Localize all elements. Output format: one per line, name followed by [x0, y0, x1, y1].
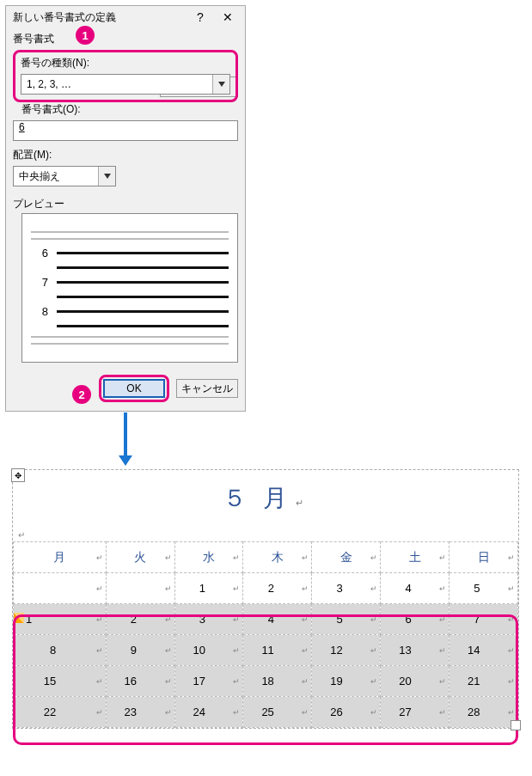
arrow-down-icon — [124, 412, 127, 457]
number-type-combo[interactable]: 1, 2, 3, … — [21, 74, 230, 95]
cell[interactable]: ↵ — [14, 573, 107, 604]
cell[interactable]: ↵ — [106, 573, 174, 604]
preview-num: 7 — [31, 276, 48, 289]
cell[interactable]: 16↵ — [106, 666, 174, 697]
number-format-input[interactable]: 6 — [13, 120, 238, 141]
preview-label: プレビュー — [6, 197, 245, 213]
cell[interactable]: 25↵ — [243, 697, 312, 728]
cell[interactable]: 18↵ — [243, 666, 312, 697]
table-row: 8↵ 9↵ 10↵ 11↵ 12↵ 13↵ 14↵ — [14, 635, 518, 666]
cell[interactable]: 1↵ — [174, 573, 243, 604]
number-format-dialog: 新しい番号書式の定義 ? ✕ 番号書式 番号の種類(N): 1, 2, 3, …… — [5, 5, 246, 412]
section-label: 番号書式 — [6, 28, 245, 48]
cell[interactable]: 5↵ — [449, 573, 518, 604]
number-type-label: 番号の種類(N): — [21, 56, 230, 70]
move-handle-icon[interactable]: ✥ — [11, 468, 25, 482]
cell[interactable]: 17↵ — [174, 666, 243, 697]
preview-area: 6 7 8 — [21, 213, 238, 363]
cell[interactable]: 3↵ — [312, 573, 381, 604]
day-header: 土↵ — [381, 542, 449, 573]
cell[interactable]: 7↵ — [449, 604, 518, 635]
cell[interactable]: 9↵ — [106, 635, 174, 666]
alignment-value: 中央揃え — [14, 169, 98, 184]
calendar-table: ✥ ５ 月↵ ↵ 月↵ 火↵ 水↵ 木↵ 金↵ 土↵ 日↵ ↵ ↵ 1↵ 2↵ … — [12, 469, 519, 729]
cell[interactable]: 14↵ — [449, 635, 518, 666]
resize-handle-icon[interactable] — [511, 720, 521, 730]
calendar-grid: 月↵ 火↵ 水↵ 木↵ 金↵ 土↵ 日↵ ↵ ↵ 1↵ 2↵ 3↵ 4↵ 5↵ … — [13, 541, 518, 728]
dialog-title: 新しい番号書式の定義 — [13, 10, 187, 25]
cell[interactable]: 4↵ — [243, 604, 312, 635]
cell[interactable]: 4↵ — [381, 573, 449, 604]
cell[interactable]: 12↵ — [312, 635, 381, 666]
ok-highlight: OK — [99, 375, 169, 402]
header-row: 月↵ 火↵ 水↵ 木↵ 金↵ 土↵ 日↵ — [14, 542, 518, 573]
number-format-value: 6 — [19, 121, 25, 133]
number-format-label: 番号書式(O): — [21, 102, 238, 117]
cell[interactable]: 2↵ — [243, 573, 312, 604]
close-button[interactable]: ✕ — [214, 8, 242, 27]
calendar-title: ５ 月↵ — [13, 470, 518, 530]
chevron-down-icon — [98, 167, 115, 186]
table-row: ↵ ↵ 1↵ 2↵ 3↵ 4↵ 5↵ — [14, 573, 518, 604]
cell[interactable]: 15↵ — [14, 666, 107, 697]
cell[interactable]: 19↵ — [312, 666, 381, 697]
cell[interactable]: 2↵ — [106, 604, 174, 635]
cell[interactable]: 26↵ — [312, 697, 381, 728]
cell[interactable]: 11↵ — [243, 635, 312, 666]
day-header: 日↵ — [449, 542, 518, 573]
preview-num: 8 — [31, 305, 48, 318]
day-header: 水↵ — [174, 542, 243, 573]
table-row: 1↵ 2↵ 3↵ 4↵ 5↵ 6↵ 7↵ — [14, 604, 518, 635]
cell[interactable]: 13↵ — [381, 635, 449, 666]
help-button[interactable]: ? — [187, 8, 214, 27]
pencil-icon — [14, 613, 24, 623]
cell[interactable]: 5↵ — [312, 604, 381, 635]
cell[interactable]: 8↵ — [14, 635, 107, 666]
cell[interactable]: 28↵ — [449, 697, 518, 728]
cell[interactable]: 21↵ — [449, 666, 518, 697]
cell[interactable]: 23↵ — [106, 697, 174, 728]
cell[interactable]: 24↵ — [174, 697, 243, 728]
alignment-label: 配置(M): — [13, 148, 238, 162]
callout-badge: 2 — [72, 385, 91, 404]
day-header: 金↵ — [312, 542, 381, 573]
preview-num: 6 — [31, 247, 48, 260]
titlebar: 新しい番号書式の定義 ? ✕ — [6, 6, 245, 28]
table-row: 15↵ 16↵ 17↵ 18↵ 19↵ 20↵ 21↵ — [14, 666, 518, 697]
paragraph-mark: ↵ — [13, 530, 518, 541]
day-header: 木↵ — [243, 542, 312, 573]
day-header: 火↵ — [106, 542, 174, 573]
cancel-button[interactable]: キャンセル — [176, 379, 238, 398]
month-label: ５ 月 — [223, 485, 292, 511]
chevron-down-icon — [212, 75, 229, 94]
cell[interactable]: 1↵ — [14, 604, 107, 635]
number-type-value: 1, 2, 3, … — [21, 78, 212, 90]
cell[interactable]: 10↵ — [174, 635, 243, 666]
cell[interactable]: 6↵ — [381, 604, 449, 635]
alignment-combo[interactable]: 中央揃え — [13, 166, 116, 186]
table-row: 22↵ 23↵ 24↵ 25↵ 26↵ 27↵ 28↵ — [14, 697, 518, 728]
cell[interactable]: 20↵ — [381, 666, 449, 697]
cell[interactable]: 3↵ — [174, 604, 243, 635]
cell[interactable]: 22↵ — [14, 697, 107, 728]
cell[interactable]: 27↵ — [381, 697, 449, 728]
day-header: 月↵ — [14, 542, 107, 573]
callout-badge: 1 — [76, 26, 95, 45]
ok-button[interactable]: OK — [103, 379, 165, 398]
